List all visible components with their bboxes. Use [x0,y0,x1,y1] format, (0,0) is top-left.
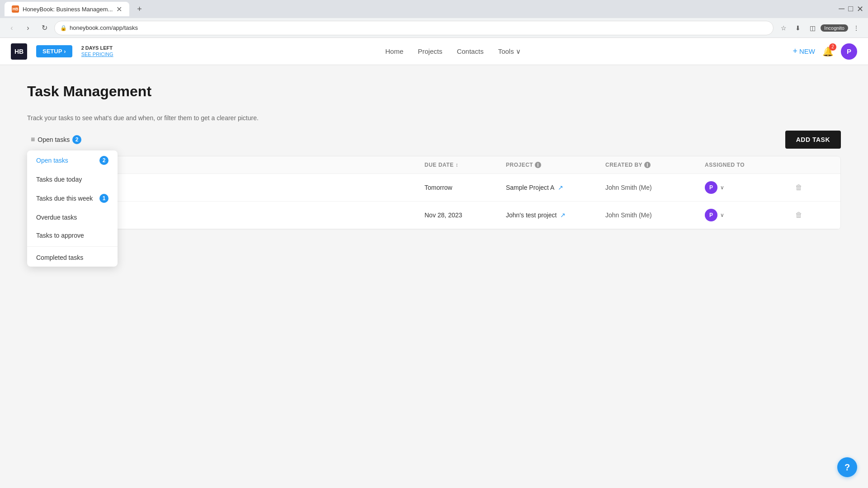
back-button[interactable]: ‹ [5,22,18,34]
lock-icon: 🔒 [60,25,67,31]
nav-tools[interactable]: Tools ∨ [498,47,521,56]
assigned-chevron-1[interactable]: ∨ [720,184,724,191]
incognito-badge: Incognito [821,24,848,32]
filter-container: ≡ Open tasks 2 Open tasks 2 Tasks due to… [27,132,85,147]
setup-info: 2 DAYS LEFT SEE PRICING [81,45,113,57]
tab-favicon: HB [12,5,19,13]
tools-chevron-icon: ∨ [516,47,521,55]
app-header: HB SETUP › 2 DAYS LEFT SEE PRICING Home … [0,38,868,65]
table-row: Tomorrow Sample Project A ↗ John Smith (… [28,174,840,202]
maximize-icon[interactable]: □ [848,4,853,14]
dropdown-item-label: Tasks to approve [36,232,84,239]
filter-button[interactable]: ≡ Open tasks 2 [27,132,85,147]
assigned-avatar-2: P [705,209,717,221]
extensions-icon[interactable]: ◫ [806,22,819,34]
add-task-button[interactable]: ADD TASK [785,131,841,149]
task-created-2: John Smith (Me) [605,211,705,219]
forward-button[interactable]: › [22,22,34,34]
task-actions-2: 🗑 [795,211,831,219]
dropdown-item-to-approve[interactable]: Tasks to approve [27,226,118,244]
page-description: Track your tasks to see what's due and w… [27,114,841,122]
new-label: NEW [799,47,815,55]
app-nav: Home Projects Contacts Tools ∨ [123,47,784,56]
table-row: Nov 28, 2023 John's test project ↗ John … [28,202,840,229]
col-project: PROJECT i [506,162,605,168]
new-tab-button[interactable]: + [133,3,146,15]
app-logo: HB [11,43,27,60]
dropdown-item-overdue[interactable]: Overdue tasks [27,208,118,226]
sort-icon: ↕ [455,162,458,168]
browser-tab[interactable]: HB HoneyBook: Business Managem... ✕ [5,2,129,16]
dropdown-item-count: 1 [99,194,108,203]
browser-toolbar: ‹ › ↻ 🔒 honeybook.com/app/tasks ☆ ⬇ ◫ In… [0,18,868,38]
setup-arrow: › [64,48,66,55]
project-name-1: Sample Project A [506,184,554,191]
setup-label: SETUP [42,48,62,55]
tasks-table: TASK NAME DUE DATE ↕ PROJECT i CREATED B… [27,156,841,230]
task-assigned-1: P ∨ [705,181,795,194]
filter-icon: ≡ [31,136,35,144]
assigned-chevron-2[interactable]: ∨ [720,212,724,218]
page-content: Task Management Track your tasks to see … [0,65,868,248]
task-delete-2[interactable]: 🗑 [795,211,802,219]
browser-titlebar: HB HoneyBook: Business Managem... ✕ + ─ … [0,0,868,18]
dropdown-item-open-tasks[interactable]: Open tasks 2 [27,150,118,170]
nav-projects[interactable]: Projects [418,47,442,56]
help-button[interactable]: ? [837,457,857,477]
assigned-avatar-1: P [705,181,717,194]
task-actions-1: 🗑 [795,183,831,192]
dropdown-item-label: Overdue tasks [36,214,77,221]
task-due-1: Tomorrow [425,184,506,191]
tab-title: HoneyBook: Business Managem... [23,6,113,13]
nav-contacts[interactable]: Contacts [457,47,483,56]
logo-icon: HB [11,43,27,60]
info-icon: i [535,162,541,168]
task-project-1: Sample Project A ↗ [506,184,605,191]
see-pricing-link[interactable]: SEE PRICING [81,52,113,57]
task-project-2: John's test project ↗ [506,211,605,219]
project-link-icon-1[interactable]: ↗ [558,184,563,191]
download-icon[interactable]: ⬇ [792,22,804,34]
col-actions [795,162,831,168]
dropdown-item-due-today[interactable]: Tasks due today [27,170,118,188]
reload-button[interactable]: ↻ [38,22,51,34]
browser-frame: HB HoneyBook: Business Managem... ✕ + ─ … [0,0,868,488]
nav-home[interactable]: Home [385,47,403,56]
dropdown-item-count: 2 [99,156,108,165]
dropdown-item-label: Tasks due today [36,176,82,183]
task-assigned-2: P ∨ [705,209,795,221]
filter-dropdown: Open tasks 2 Tasks due today Tasks due t… [27,150,118,267]
task-created-1: John Smith (Me) [605,184,705,191]
url-text: honeybook.com/app/tasks [70,24,138,31]
dropdown-item-label: Completed tasks [36,254,83,261]
minimize-icon[interactable]: ─ [839,4,844,14]
info-icon: i [644,162,651,168]
page-title: Task Management [27,83,841,100]
dropdown-item-completed[interactable]: Completed tasks [27,249,118,267]
close-icon[interactable]: ✕ [857,4,863,14]
header-right: + NEW 🔔 2 P [793,43,857,60]
table-header: TASK NAME DUE DATE ↕ PROJECT i CREATED B… [28,156,840,174]
bookmark-icon[interactable]: ☆ [777,22,790,34]
user-avatar[interactable]: P [841,43,857,60]
more-options-icon[interactable]: ⋮ [850,22,863,34]
project-name-2: John's test project [506,211,557,219]
notification-badge: 2 [829,43,836,51]
address-bar[interactable]: 🔒 honeybook.com/app/tasks [54,21,774,35]
new-button[interactable]: + NEW [793,47,815,56]
setup-button[interactable]: SETUP › [36,45,72,57]
dropdown-divider [27,246,118,247]
filter-label: Open tasks [38,136,70,143]
notifications-button[interactable]: 🔔 2 [822,46,834,57]
tasks-toolbar: ≡ Open tasks 2 Open tasks 2 Tasks due to… [27,131,841,149]
days-left: 2 DAYS LEFT [81,45,113,51]
filter-count: 2 [72,135,81,144]
col-assigned-to: ASSIGNED TO [705,162,795,168]
dropdown-item-due-week[interactable]: Tasks due this week 1 [27,188,118,208]
plus-icon: + [793,47,797,56]
toolbar-actions: ☆ ⬇ ◫ Incognito ⋮ [777,22,863,34]
col-due-date[interactable]: DUE DATE ↕ [425,162,506,168]
task-delete-1[interactable]: 🗑 [795,183,802,192]
project-link-icon-2[interactable]: ↗ [560,211,566,219]
tab-close-icon[interactable]: ✕ [116,5,122,14]
